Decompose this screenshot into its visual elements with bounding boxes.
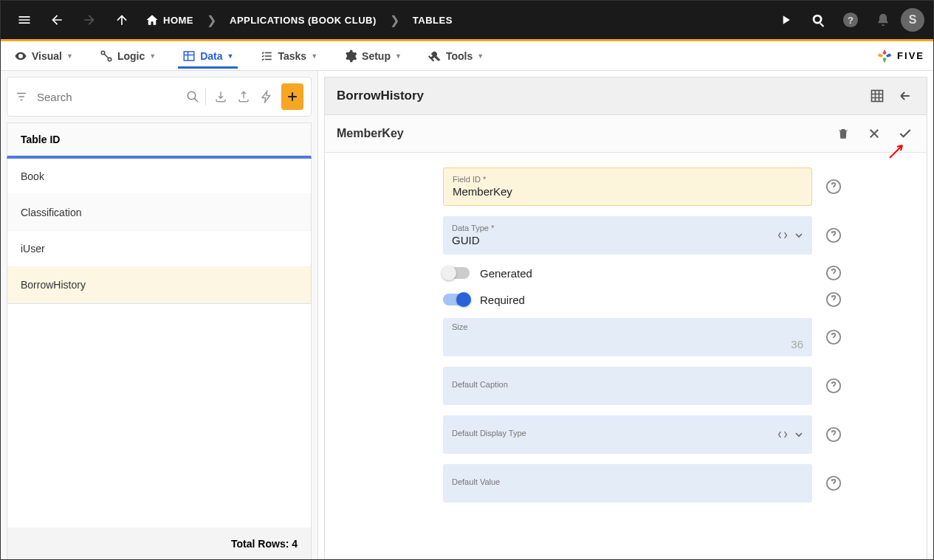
help-icon[interactable] — [825, 291, 842, 308]
search-icon[interactable] — [186, 90, 199, 103]
menu-tasks-label: Tasks — [278, 50, 306, 62]
crumb-tables[interactable]: TABLES — [407, 15, 459, 26]
detail-title: BorrowHistory — [337, 89, 424, 103]
generated-label: Generated — [480, 267, 532, 280]
table-row[interactable]: Classification — [7, 195, 311, 231]
menu-tools[interactable]: Tools▼ — [424, 44, 488, 69]
filter-icon[interactable] — [15, 90, 28, 103]
size-input[interactable]: Size 36 — [443, 318, 812, 356]
menu-logic-label: Logic — [117, 50, 145, 62]
field-id-value: MemberKey — [453, 185, 803, 198]
default-caption-label: Default Caption — [452, 380, 803, 389]
help-icon[interactable] — [825, 329, 842, 345]
size-value: 36 — [791, 338, 803, 350]
close-icon[interactable] — [865, 124, 884, 143]
play-icon[interactable] — [771, 5, 800, 35]
menu-tasks[interactable]: Tasks▼ — [255, 44, 322, 69]
crumb-applications-label: APPLICATIONS (BOOK CLUB) — [230, 15, 377, 26]
sub-title: MemberKey — [337, 127, 404, 140]
field-id-input[interactable]: Field ID * MemberKey — [443, 167, 812, 206]
back-icon[interactable] — [42, 5, 72, 35]
detail-header: BorrowHistory — [324, 77, 927, 115]
menu-visual-label: Visual — [32, 50, 62, 62]
svg-point-7 — [188, 91, 196, 100]
required-toggle[interactable] — [443, 294, 470, 305]
up-icon[interactable] — [107, 5, 137, 35]
left-toolbar — [7, 77, 312, 117]
svg-text:?: ? — [848, 15, 854, 26]
generated-toggle[interactable] — [443, 267, 470, 279]
brand-logo: FIVE — [876, 48, 924, 64]
table-row[interactable]: iUser — [7, 231, 311, 267]
default-display-type-label: Default Display Type — [452, 429, 803, 438]
sub-header: MemberKey — [324, 115, 927, 153]
avatar-initial: S — [909, 13, 917, 27]
table-row[interactable]: BorrowHistory — [7, 267, 311, 303]
help-icon[interactable] — [825, 227, 842, 243]
help-icon[interactable] — [825, 265, 842, 281]
crumb-tables-label: TABLES — [413, 15, 453, 26]
data-type-value: GUID — [452, 234, 803, 246]
table-row[interactable]: Book — [7, 159, 311, 195]
menu-setup[interactable]: Setup▼ — [340, 44, 406, 69]
menu-logic[interactable]: Logic▼ — [95, 44, 160, 69]
chevron-right-icon: ❯ — [385, 13, 404, 27]
menu-icon[interactable] — [10, 5, 39, 35]
crumb-applications[interactable]: APPLICATIONS (BOOK CLUB) — [224, 15, 382, 26]
size-label: Size — [452, 322, 467, 331]
menu-tools-label: Tools — [446, 50, 473, 62]
field-id-label: Field ID * — [453, 175, 803, 184]
lightning-icon[interactable] — [258, 86, 275, 107]
avatar[interactable]: S — [901, 8, 924, 32]
magnifier-chat-icon[interactable] — [803, 5, 833, 35]
form: Field ID * MemberKey Data Type * GUID — [324, 153, 927, 560]
crumb-home-label: HOME — [163, 15, 193, 26]
menu-visual[interactable]: Visual▼ — [10, 44, 78, 69]
default-value-input[interactable]: Default Value — [443, 464, 812, 502]
grid-view-icon[interactable] — [868, 86, 887, 106]
data-type-select[interactable]: Data Type * GUID — [443, 216, 812, 255]
help-icon[interactable] — [825, 378, 842, 394]
main: Table ID Book Classification iUser Borro… — [1, 71, 933, 560]
search-input[interactable] — [34, 88, 180, 106]
left-panel: Table ID Book Classification iUser Borro… — [1, 71, 318, 560]
menu-setup-label: Setup — [362, 50, 391, 62]
forward-icon — [75, 5, 104, 35]
chevron-right-icon: ❯ — [202, 13, 221, 27]
total-rows: Total Rows: 4 — [7, 528, 312, 560]
topbar: HOME ❯ APPLICATIONS (BOOK CLUB) ❯ TABLES… — [1, 1, 933, 39]
menubar: Visual▼ Logic▼ Data▼ Tasks▼ Setup▼ Tools… — [1, 41, 933, 71]
svg-rect-8 — [872, 91, 883, 102]
default-value-label: Default Value — [452, 477, 803, 486]
required-label: Required — [480, 294, 525, 306]
list-header: Table ID — [7, 122, 312, 159]
crumb-home[interactable]: HOME — [140, 13, 199, 27]
svg-rect-6 — [184, 52, 194, 61]
data-type-label: Data Type * — [452, 224, 803, 232]
help-icon[interactable] — [825, 179, 842, 195]
help-icon[interactable] — [825, 475, 842, 491]
trash-icon[interactable] — [834, 124, 853, 143]
brand-text: FIVE — [897, 50, 924, 61]
menu-data-label: Data — [200, 50, 222, 62]
export-icon[interactable] — [235, 86, 252, 107]
import-icon[interactable] — [212, 86, 229, 107]
default-caption-input[interactable]: Default Caption — [443, 367, 812, 405]
menu-data[interactable]: Data▼ — [178, 44, 238, 69]
right-panel: BorrowHistory MemberKey — [318, 71, 933, 560]
add-button[interactable] — [281, 83, 303, 110]
default-display-type-select[interactable]: Default Display Type — [443, 415, 812, 454]
check-icon[interactable] — [896, 124, 915, 143]
help-icon[interactable]: ? — [836, 5, 865, 35]
bell-icon[interactable] — [868, 5, 898, 35]
svg-rect-1 — [820, 23, 824, 27]
help-icon[interactable] — [825, 426, 842, 443]
table-list: Book Classification iUser BorrowHistory — [7, 159, 312, 304]
back-arrow-icon[interactable] — [896, 86, 915, 106]
